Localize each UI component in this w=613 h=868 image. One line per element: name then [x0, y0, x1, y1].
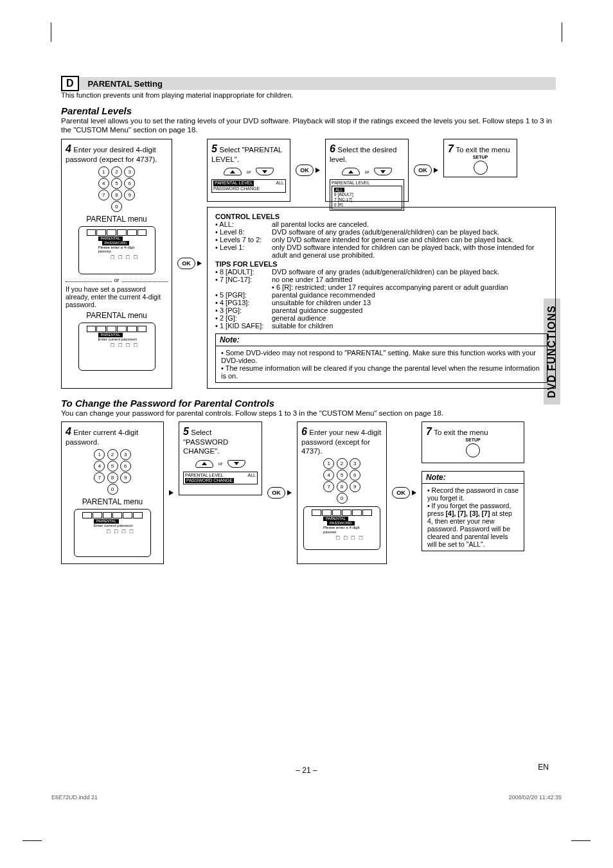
step-4b-box: 4 Enter current 4-digit password. 1 2 3 …	[61, 421, 164, 564]
connector-arrow: OK	[392, 487, 416, 499]
connector-arrow: OK	[177, 258, 202, 269]
step-4-box: 4 Enter your desired 4-digit password (e…	[61, 139, 172, 389]
step-6-title: Select the desired level.	[330, 146, 396, 163]
step-6b-box: 6 Enter your new 4-digit password (excep…	[297, 421, 387, 564]
parental-menu-label-2: PARENTAL menu	[66, 311, 168, 320]
tv-screen-2: PARENTAL Enter current passwort □ □ □ □	[78, 323, 155, 371]
control-levels-box: CONTROL LEVELS • ALL:all parental locks …	[207, 207, 556, 389]
step-number: 4	[66, 143, 71, 154]
connector-arrow: OK	[296, 164, 320, 176]
footer-right: 2008/02/20 11:42:35	[508, 794, 562, 801]
up-button-icon	[224, 168, 242, 175]
control-levels-table: • ALL:all parental locks are canceled. •…	[215, 220, 547, 259]
arrow-right-icon	[315, 168, 320, 173]
section-description: This function prevents unit from playing…	[61, 91, 556, 99]
step-7-title: To exit the menu	[456, 146, 510, 154]
up-button-icon	[342, 168, 360, 175]
down-button-icon	[227, 460, 245, 468]
crop-mark	[562, 22, 571, 42]
arrow-right-icon	[412, 490, 416, 495]
step-5-title: Select "PARENTAL LEVEL".	[211, 146, 282, 163]
arrow-right-icon	[287, 490, 292, 495]
step-7b-box: 7 To exit the menu SETUP	[422, 421, 524, 463]
ok-button-icon: OK	[177, 258, 195, 269]
paragraph-change-password: You can change your password for parenta…	[61, 409, 556, 418]
down-button-icon	[374, 168, 392, 175]
heading-change-password: To Change the Password for Parental Cont…	[61, 398, 556, 409]
arrow-right-icon	[169, 490, 173, 495]
parental-menu-label: PARENTAL menu	[66, 215, 168, 224]
nav-buttons: or	[211, 166, 286, 176]
ok-button-icon: OK	[414, 164, 432, 176]
step-5b-box: 5 Select "PASSWORD CHANGE". or PARENTAL …	[179, 421, 262, 495]
step-5-box: 5 Select "PARENTAL LEVEL". or PARENTAL L…	[207, 139, 290, 202]
connector-arrow: OK	[414, 164, 438, 176]
mini-screen-6a: PARENTAL LEVEL ALL 8 [ADULT] 7 [NC-17] 6…	[330, 179, 404, 211]
note-forget-password: • If you forget the password, press [4],…	[427, 502, 519, 548]
nav-buttons: or	[330, 166, 404, 176]
language-mark: EN	[538, 763, 549, 772]
setup-circle-icon	[474, 161, 488, 175]
mini-screen-5b: PARENTAL LEVEL ALL PASSWORD CHANGE	[183, 472, 258, 485]
section-letter: D	[61, 76, 79, 91]
step-6b-title: Enter your new 4-digit password (except …	[301, 429, 381, 455]
arrow-right-icon	[197, 261, 202, 266]
ok-button-icon: OK	[392, 487, 410, 499]
tv-screen-4: PARENTAL PASSWORD Please enter a 4-digit…	[303, 506, 380, 550]
step-4-title: Enter your desired 4-digit password (exp…	[66, 146, 157, 163]
if-password-note: If you have set a password already, ente…	[66, 285, 168, 308]
mini-screen-5a: PARENTAL LEVEL ALL PASSWORD CHANGE	[211, 179, 286, 193]
setup-button-diagram: SETUP	[426, 438, 520, 457]
steps-row-2: 4 Enter current 4-digit password. 1 2 3 …	[61, 421, 556, 564]
control-levels-heading: CONTROL LEVELS	[215, 213, 547, 220]
note-box-2: Note: • Record the password in case you …	[422, 471, 524, 551]
tv-screen-3: PARENTAL Enter current passwort □ □ □ □	[74, 509, 151, 557]
ok-button-icon: OK	[267, 487, 285, 499]
step-4b-title: Enter current 4-digit password.	[66, 429, 138, 446]
keypad-diagram: 1 2 3 4 5 6 7 8 9 0	[66, 449, 159, 495]
keypad-diagram: 1 2 3 4 5 6 7 8 9 0	[301, 458, 382, 504]
arrow-right-icon	[434, 168, 438, 173]
tips-table: • 8 [ADULT]:DVD software of any grades (…	[215, 268, 547, 330]
steps-row-1: 4 Enter your desired 4-digit password (e…	[61, 139, 556, 389]
up-button-icon	[195, 460, 213, 468]
connector-arrow: OK	[267, 487, 292, 499]
section-title: PARENTAL Setting	[83, 79, 556, 89]
setup-circle-icon	[466, 443, 480, 457]
step-7-box: 7 To exit the menu SETUP	[443, 139, 517, 177]
crop-mark	[22, 840, 42, 850]
crop-mark	[571, 840, 591, 850]
keypad-diagram: 1 2 3 4 5 6 7 8 9 0	[66, 166, 168, 212]
or-divider: or	[66, 277, 168, 283]
ok-button-icon: OK	[296, 164, 314, 176]
page-content: D PARENTAL Setting This function prevent…	[61, 77, 556, 564]
setup-button-diagram: SETUP	[448, 155, 513, 175]
heading-parental-levels: Parental Levels	[61, 105, 556, 116]
note-box-1: Note: • Some DVD-video may not respond t…	[215, 333, 547, 383]
paragraph-parental-levels: Parental level allows you to set the rat…	[61, 116, 556, 135]
page-number: – 21 –	[0, 766, 613, 775]
step-6-box: 6 Select the desired level. or PARENTAL …	[325, 139, 409, 202]
down-button-icon	[256, 168, 274, 175]
step-7b-title: To exit the menu	[434, 429, 488, 436]
connector-arrow	[169, 490, 173, 495]
crop-mark	[42, 22, 51, 42]
tips-heading: TIPS FOR LEVELS	[215, 260, 547, 268]
section-heading-bar: D PARENTAL Setting	[61, 77, 556, 90]
footer-left: E6E72UD.indd 21	[51, 794, 98, 801]
step-5b-title: Select "PASSWORD CHANGE".	[183, 429, 228, 455]
tv-screen-1: PARENTAL PASSWORD Please enter a 4-digit…	[78, 226, 155, 274]
